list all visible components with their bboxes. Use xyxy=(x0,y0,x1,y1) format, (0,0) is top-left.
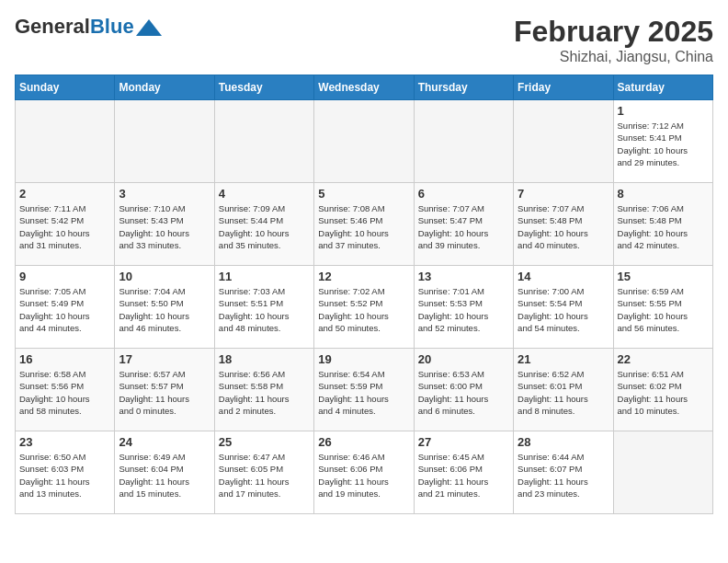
calendar-cell: 20Sunrise: 6:53 AM Sunset: 6:00 PM Dayli… xyxy=(414,349,513,431)
calendar-cell xyxy=(314,100,414,183)
calendar-cell: 12Sunrise: 7:02 AM Sunset: 5:52 PM Dayli… xyxy=(314,266,414,349)
day-number: 15 xyxy=(618,270,709,283)
calendar-cell xyxy=(214,100,313,183)
day-number: 28 xyxy=(518,435,609,449)
day-number: 19 xyxy=(318,352,409,366)
weekday-header-tuesday: Tuesday xyxy=(214,75,313,100)
day-info: Sunrise: 6:46 AM Sunset: 6:06 PM Dayligh… xyxy=(318,451,409,500)
calendar-table: SundayMondayTuesdayWednesdayThursdayFrid… xyxy=(15,75,713,514)
day-info: Sunrise: 7:03 AM Sunset: 5:51 PM Dayligh… xyxy=(219,285,310,334)
calendar-cell: 3Sunrise: 7:10 AM Sunset: 5:43 PM Daylig… xyxy=(115,183,214,266)
day-number: 17 xyxy=(119,352,210,366)
calendar-cell xyxy=(613,431,712,514)
title-block: February 2025 Shizhai, Jiangsu, China xyxy=(514,15,713,65)
day-info: Sunrise: 6:51 AM Sunset: 6:02 PM Dayligh… xyxy=(618,368,709,417)
day-info: Sunrise: 6:50 AM Sunset: 6:03 PM Dayligh… xyxy=(19,451,110,500)
logo-blue: Blue xyxy=(90,15,134,39)
calendar-cell: 1Sunrise: 7:12 AM Sunset: 5:41 PM Daylig… xyxy=(613,100,712,183)
calendar-cell: 21Sunrise: 6:52 AM Sunset: 6:01 PM Dayli… xyxy=(514,349,613,431)
day-number: 18 xyxy=(219,352,310,366)
day-info: Sunrise: 6:52 AM Sunset: 6:01 PM Dayligh… xyxy=(518,368,609,417)
day-info: Sunrise: 6:45 AM Sunset: 6:06 PM Dayligh… xyxy=(418,451,509,500)
calendar-cell: 25Sunrise: 6:47 AM Sunset: 6:05 PM Dayli… xyxy=(214,431,313,514)
week-row-4: 16Sunrise: 6:58 AM Sunset: 5:56 PM Dayli… xyxy=(16,349,713,431)
day-number: 24 xyxy=(119,435,210,449)
day-number: 9 xyxy=(19,270,110,283)
day-info: Sunrise: 7:07 AM Sunset: 5:48 PM Dayligh… xyxy=(518,202,609,251)
logo: General Blue xyxy=(15,15,162,39)
day-info: Sunrise: 7:10 AM Sunset: 5:43 PM Dayligh… xyxy=(119,202,210,251)
day-info: Sunrise: 7:02 AM Sunset: 5:52 PM Dayligh… xyxy=(318,285,409,334)
calendar-cell: 10Sunrise: 7:04 AM Sunset: 5:50 PM Dayli… xyxy=(115,266,214,349)
day-info: Sunrise: 7:06 AM Sunset: 5:48 PM Dayligh… xyxy=(618,202,709,251)
weekday-header-row: SundayMondayTuesdayWednesdayThursdayFrid… xyxy=(16,75,713,100)
calendar-cell: 23Sunrise: 6:50 AM Sunset: 6:03 PM Dayli… xyxy=(16,431,115,514)
calendar-cell: 15Sunrise: 6:59 AM Sunset: 5:55 PM Dayli… xyxy=(613,266,712,349)
day-info: Sunrise: 7:05 AM Sunset: 5:49 PM Dayligh… xyxy=(19,285,110,334)
weekday-header-friday: Friday xyxy=(514,75,613,100)
location: Shizhai, Jiangsu, China xyxy=(514,49,713,65)
day-info: Sunrise: 7:12 AM Sunset: 5:41 PM Dayligh… xyxy=(618,120,709,168)
day-number: 8 xyxy=(618,187,709,201)
day-number: 4 xyxy=(219,187,310,201)
week-row-3: 9Sunrise: 7:05 AM Sunset: 5:49 PM Daylig… xyxy=(16,266,713,349)
day-number: 6 xyxy=(418,187,509,201)
day-info: Sunrise: 7:00 AM Sunset: 5:54 PM Dayligh… xyxy=(518,285,609,334)
day-info: Sunrise: 7:01 AM Sunset: 5:53 PM Dayligh… xyxy=(418,285,509,334)
calendar-cell: 4Sunrise: 7:09 AM Sunset: 5:44 PM Daylig… xyxy=(214,183,313,266)
day-number: 1 xyxy=(618,104,709,118)
day-info: Sunrise: 7:08 AM Sunset: 5:46 PM Dayligh… xyxy=(318,202,409,251)
day-number: 2 xyxy=(19,187,110,201)
day-number: 14 xyxy=(518,270,609,283)
day-info: Sunrise: 6:49 AM Sunset: 6:04 PM Dayligh… xyxy=(119,451,210,500)
logo-arrow-icon xyxy=(136,19,162,36)
day-info: Sunrise: 7:07 AM Sunset: 5:47 PM Dayligh… xyxy=(418,202,509,251)
calendar-cell: 22Sunrise: 6:51 AM Sunset: 6:02 PM Dayli… xyxy=(613,349,712,431)
calendar-cell xyxy=(115,100,214,183)
week-row-5: 23Sunrise: 6:50 AM Sunset: 6:03 PM Dayli… xyxy=(16,431,713,514)
calendar-cell: 7Sunrise: 7:07 AM Sunset: 5:48 PM Daylig… xyxy=(514,183,613,266)
weekday-header-wednesday: Wednesday xyxy=(314,75,414,100)
day-info: Sunrise: 6:56 AM Sunset: 5:58 PM Dayligh… xyxy=(219,368,310,417)
page-header: General Blue February 2025 Shizhai, Jian… xyxy=(15,15,713,65)
day-number: 23 xyxy=(19,435,110,449)
calendar-cell: 17Sunrise: 6:57 AM Sunset: 5:57 PM Dayli… xyxy=(115,349,214,431)
calendar-cell xyxy=(514,100,613,183)
weekday-header-sunday: Sunday xyxy=(16,75,115,100)
calendar-cell xyxy=(16,100,115,183)
calendar-cell: 19Sunrise: 6:54 AM Sunset: 5:59 PM Dayli… xyxy=(314,349,414,431)
day-number: 12 xyxy=(318,270,409,283)
day-number: 13 xyxy=(418,270,509,283)
weekday-header-thursday: Thursday xyxy=(414,75,513,100)
day-number: 16 xyxy=(19,352,110,366)
month-title: February 2025 xyxy=(514,15,713,49)
calendar-cell: 6Sunrise: 7:07 AM Sunset: 5:47 PM Daylig… xyxy=(414,183,513,266)
day-info: Sunrise: 6:58 AM Sunset: 5:56 PM Dayligh… xyxy=(19,368,110,417)
day-number: 25 xyxy=(219,435,310,449)
day-info: Sunrise: 6:59 AM Sunset: 5:55 PM Dayligh… xyxy=(618,285,709,334)
day-info: Sunrise: 7:11 AM Sunset: 5:42 PM Dayligh… xyxy=(19,202,110,251)
calendar-cell: 16Sunrise: 6:58 AM Sunset: 5:56 PM Dayli… xyxy=(16,349,115,431)
calendar-cell: 8Sunrise: 7:06 AM Sunset: 5:48 PM Daylig… xyxy=(613,183,712,266)
calendar-cell: 9Sunrise: 7:05 AM Sunset: 5:49 PM Daylig… xyxy=(16,266,115,349)
day-info: Sunrise: 6:53 AM Sunset: 6:00 PM Dayligh… xyxy=(418,368,509,417)
calendar-cell: 5Sunrise: 7:08 AM Sunset: 5:46 PM Daylig… xyxy=(314,183,414,266)
calendar-cell: 24Sunrise: 6:49 AM Sunset: 6:04 PM Dayli… xyxy=(115,431,214,514)
day-number: 21 xyxy=(518,352,609,366)
calendar-cell: 27Sunrise: 6:45 AM Sunset: 6:06 PM Dayli… xyxy=(414,431,513,514)
day-info: Sunrise: 7:04 AM Sunset: 5:50 PM Dayligh… xyxy=(119,285,210,334)
svg-marker-0 xyxy=(136,19,162,36)
day-number: 27 xyxy=(418,435,509,449)
calendar-cell: 11Sunrise: 7:03 AM Sunset: 5:51 PM Dayli… xyxy=(214,266,313,349)
day-number: 11 xyxy=(219,270,310,283)
day-number: 22 xyxy=(618,352,709,366)
weekday-header-monday: Monday xyxy=(115,75,214,100)
day-number: 10 xyxy=(119,270,210,283)
weekday-header-saturday: Saturday xyxy=(613,75,712,100)
day-info: Sunrise: 7:09 AM Sunset: 5:44 PM Dayligh… xyxy=(219,202,310,251)
day-number: 3 xyxy=(119,187,210,201)
calendar-cell: 26Sunrise: 6:46 AM Sunset: 6:06 PM Dayli… xyxy=(314,431,414,514)
day-info: Sunrise: 6:54 AM Sunset: 5:59 PM Dayligh… xyxy=(318,368,409,417)
logo-general: General xyxy=(15,15,90,39)
day-info: Sunrise: 6:47 AM Sunset: 6:05 PM Dayligh… xyxy=(219,451,310,500)
